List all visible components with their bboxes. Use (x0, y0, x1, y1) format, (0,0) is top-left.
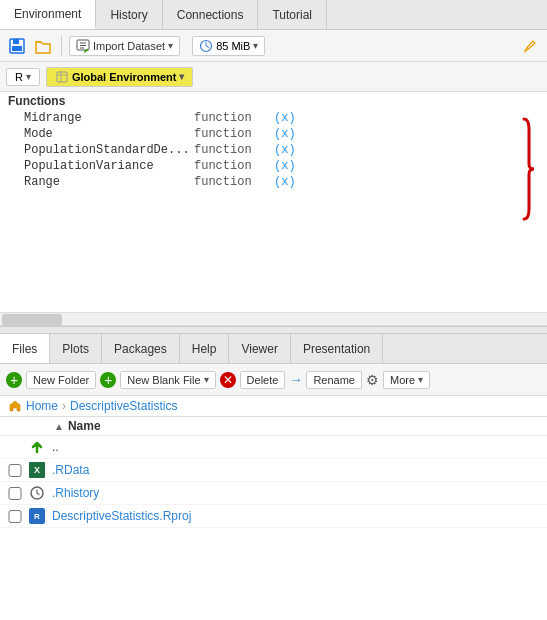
env-row-midrange[interactable]: Midrange function (x) (0, 110, 547, 126)
new-blank-file-label: New Blank File (127, 374, 200, 386)
r-label: R (15, 71, 23, 83)
import-dataset-label: Import Dataset (93, 40, 165, 52)
rename-button[interactable]: Rename (306, 371, 362, 389)
tab-packages[interactable]: Packages (102, 334, 180, 363)
tab-environment[interactable]: Environment (0, 0, 96, 29)
tab-tutorial[interactable]: Tutorial (258, 0, 327, 29)
tab-connections[interactable]: Connections (163, 0, 259, 29)
bottom-tab-bar: Files Plots Packages Help Viewer Present… (0, 334, 547, 364)
file-name-rproj[interactable]: DescriptiveStatistics.Rproj (52, 509, 539, 523)
breadcrumb-current: DescriptiveStatistics (70, 399, 177, 413)
rename-arrow-icon: → (289, 372, 302, 387)
delete-label: Delete (247, 374, 279, 386)
brush-button[interactable] (519, 35, 541, 57)
svg-rect-1 (13, 39, 19, 44)
h-scrollbar[interactable] (0, 312, 547, 326)
tab-viewer[interactable]: Viewer (229, 334, 290, 363)
more-label: More (390, 374, 415, 386)
more-button[interactable]: More ▾ (383, 371, 430, 389)
new-blank-file-button[interactable]: New Blank File ▾ (120, 371, 215, 389)
env-row-range[interactable]: Range function (x) (0, 174, 547, 190)
history-clock-icon (28, 484, 46, 502)
delete-button[interactable]: Delete (240, 371, 286, 389)
file-checkbox-rproj[interactable] (8, 510, 22, 523)
env-toolbar2: R ▾ Global Environment ▾ (0, 62, 547, 92)
file-row-rproj[interactable]: R DescriptiveStatistics.Rproj (0, 505, 547, 528)
new-folder-button[interactable]: New Folder (26, 371, 96, 389)
home-icon (8, 399, 22, 413)
memory-label: 85 MiB (216, 40, 250, 52)
top-tab-bar: Environment History Connections Tutorial (0, 0, 547, 30)
memory-button[interactable]: 85 MiB ▾ (192, 36, 265, 56)
home-link[interactable]: Home (26, 399, 58, 413)
excel-icon: X (28, 461, 46, 479)
save-button[interactable] (6, 35, 28, 57)
tab-help[interactable]: Help (180, 334, 230, 363)
functions-section-header: Functions (0, 92, 547, 110)
env-toolbar: Import Dataset ▾ 85 MiB ▾ (0, 30, 547, 62)
file-row-rdata[interactable]: X .RData (0, 459, 547, 482)
up-arrow-icon (28, 438, 46, 456)
global-env-label: Global Environment (72, 71, 177, 83)
file-row-rhistory[interactable]: .Rhistory (0, 482, 547, 505)
env-row-popstddev[interactable]: PopulationStandardDe... function (x) (0, 142, 547, 158)
more-gear-icon: ⚙ (366, 372, 379, 388)
new-folder-label: New Folder (33, 374, 89, 386)
breadcrumb-separator: › (62, 399, 66, 413)
tab-history[interactable]: History (96, 0, 162, 29)
tab-files[interactable]: Files (0, 334, 50, 363)
import-chevron: ▾ (168, 40, 173, 51)
file-name-parent: .. (52, 440, 539, 454)
new-folder-plus-icon: + (6, 372, 22, 388)
rproj-icon: R (28, 507, 46, 525)
open-button[interactable] (32, 35, 54, 57)
file-name-rdata[interactable]: .RData (52, 463, 539, 477)
svg-rect-2 (12, 46, 22, 51)
rename-label: Rename (313, 374, 355, 386)
r-language-button[interactable]: R ▾ (6, 68, 40, 86)
svg-rect-8 (57, 72, 67, 82)
file-checkbox-rdata[interactable] (8, 464, 22, 477)
file-checkbox-rhistory[interactable] (8, 487, 22, 500)
breadcrumb: Home › DescriptiveStatistics (0, 396, 547, 417)
tab-presentation[interactable]: Presentation (291, 334, 383, 363)
brace-annotation (484, 114, 539, 224)
name-column-header: Name (68, 419, 101, 433)
file-list: ▲ Name .. X .RData .Rhistory (0, 417, 547, 528)
new-blank-file-plus-icon: + (100, 372, 116, 388)
env-row-popvariance[interactable]: PopulationVariance function (x) (0, 158, 547, 174)
panel-divider (0, 326, 547, 334)
sort-arrow-icon: ▲ (54, 421, 64, 432)
files-toolbar: + New Folder + New Blank File ▾ ✕ Delete… (0, 364, 547, 396)
tab-plots[interactable]: Plots (50, 334, 102, 363)
import-dataset-button[interactable]: Import Dataset ▾ (69, 36, 180, 56)
delete-x-icon: ✕ (220, 372, 236, 388)
env-row-mode[interactable]: Mode function (x) (0, 126, 547, 142)
file-row-parent[interactable]: .. (0, 436, 547, 459)
file-list-header: ▲ Name (0, 417, 547, 436)
global-environment-button[interactable]: Global Environment ▾ (46, 67, 194, 87)
file-name-rhistory[interactable]: .Rhistory (52, 486, 539, 500)
environment-panel: Functions Midrange function (x) Mode fun… (0, 92, 547, 312)
